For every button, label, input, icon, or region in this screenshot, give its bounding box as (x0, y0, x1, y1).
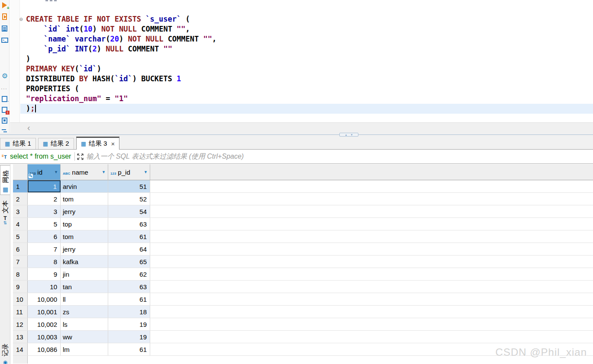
code-area[interactable]: ⊖CREATE TABLE IF NOT EXISTS `s_user` ( `… (20, 4, 593, 114)
scroll-left-icon[interactable]: ‹ (27, 123, 30, 132)
execute-script-icon[interactable] (1, 13, 9, 21)
code-line[interactable]: ⊖CREATE TABLE IF NOT EXISTS `s_user` ( (20, 14, 593, 24)
result-view-tab[interactable]: 记录◉ (0, 339, 10, 364)
table-row[interactable]: 67jerry64 (13, 243, 593, 255)
cell-id[interactable]: 10 (28, 281, 61, 293)
cell-name[interactable]: jin (61, 268, 108, 280)
cell-name[interactable]: zs (61, 306, 108, 318)
row-number[interactable]: 3 (13, 205, 28, 217)
result-view-tab[interactable]: 网格▦ (0, 165, 10, 195)
splitter-handle[interactable]: ▲ ▼ (339, 133, 358, 137)
cell-p-id[interactable]: 52 (108, 193, 150, 205)
cell-p-id[interactable]: 65 (108, 255, 150, 268)
result-tab[interactable]: ▦结果 3× (76, 137, 120, 150)
row-number[interactable]: 10 (13, 293, 28, 305)
cell-name[interactable]: ll (61, 293, 108, 305)
table-row[interactable]: 78kafka65 (13, 255, 593, 268)
row-number[interactable]: 13 (13, 331, 28, 343)
cell-p-id[interactable]: 64 (108, 243, 150, 255)
cell-id[interactable]: 2 (28, 193, 61, 205)
table-row[interactable]: 56tom61 (13, 230, 593, 243)
row-number[interactable]: 12 (13, 318, 28, 330)
export-resultset-icon[interactable]: → (1, 95, 9, 103)
table-row[interactable]: 1110,001zs18 (13, 306, 593, 318)
cell-id[interactable]: 8 (28, 255, 61, 268)
code-line[interactable]: ); (20, 104, 593, 114)
cell-p-id[interactable]: 62 (108, 268, 150, 280)
row-number[interactable]: 1 (13, 180, 28, 192)
cell-name[interactable]: lm (61, 343, 108, 355)
sql-console-icon[interactable]: >_ (1, 36, 9, 44)
table-row[interactable]: 1310,003ww19 (13, 331, 593, 343)
row-number[interactable]: 7 (13, 255, 28, 268)
cell-name[interactable]: tom (61, 230, 108, 243)
tab-close-icon[interactable]: × (111, 140, 115, 147)
cell-name[interactable]: jerry (61, 205, 108, 217)
row-number[interactable]: 6 (13, 243, 28, 255)
cell-id[interactable]: 9 (28, 268, 61, 280)
execute-statement-icon[interactable]: + (1, 1, 9, 9)
cell-name[interactable]: kafka (61, 255, 108, 268)
code-line[interactable]: PRIMARY KEY(`id`) (20, 64, 593, 74)
table-row[interactable]: 11arvin51 (13, 180, 593, 193)
column-dropdown-icon[interactable]: ▼ (140, 170, 148, 174)
cell-p-id[interactable]: 61 (108, 293, 150, 305)
editor-results-splitter[interactable]: ▲ ▼ (0, 133, 593, 137)
cell-id[interactable]: 10,003 (28, 331, 61, 343)
cell-id[interactable]: 6 (28, 230, 61, 243)
table-row[interactable]: 33jerry54 (13, 205, 593, 218)
filter-sql-icon[interactable]: T (1, 153, 8, 160)
row-number[interactable]: 11 (13, 306, 28, 318)
cell-p-id[interactable]: 63 (108, 281, 150, 293)
code-line[interactable]: DISTRIBUTED BY HASH(`id`) BUCKETS 1 (20, 74, 593, 84)
fold-collapse-icon[interactable]: ⊖ (19, 14, 23, 24)
cell-name[interactable]: ls (61, 318, 108, 330)
save-file-icon[interactable]: ! (1, 106, 9, 114)
grid-corner-cell[interactable] (13, 164, 28, 180)
row-number[interactable]: 8 (13, 268, 28, 280)
cell-id[interactable]: 5 (28, 218, 61, 230)
cell-p-id[interactable]: 18 (108, 306, 150, 318)
cell-name[interactable]: jerry (61, 243, 108, 255)
result-filter-bar[interactable]: T select * from s_user 输入一个 SQL 表达式来过滤结果… (0, 150, 593, 164)
expand-filter-icon[interactable] (77, 153, 84, 160)
cell-id[interactable]: 10,002 (28, 318, 61, 330)
column-dropdown-icon[interactable]: ▼ (98, 170, 106, 174)
cell-name[interactable]: ww (61, 331, 108, 343)
cell-name[interactable]: tan (61, 281, 108, 293)
table-row[interactable]: 89jin62 (13, 268, 593, 281)
table-row[interactable]: 1210,002ls19 (13, 318, 593, 331)
code-line[interactable]: ) (20, 54, 593, 64)
table-row[interactable]: 45top63 (13, 218, 593, 230)
code-line[interactable]: `name` varchar(20) NOT NULL COMMENT "", (20, 34, 593, 44)
table-row[interactable]: 22tom52 (13, 193, 593, 205)
editor-hscrollbar[interactable]: ‹ (10, 122, 593, 133)
cell-p-id[interactable]: 54 (108, 205, 150, 217)
code-line[interactable] (20, 4, 593, 14)
row-number[interactable]: 9 (13, 281, 28, 293)
cell-name[interactable]: top (61, 218, 108, 230)
cell-name[interactable]: arvin (61, 180, 108, 192)
cell-id[interactable]: 10,086 (28, 343, 61, 355)
result-tab[interactable]: ▦结果 1 (0, 138, 36, 149)
cell-p-id[interactable]: 19 (108, 331, 150, 343)
cell-id[interactable]: 10,001 (28, 306, 61, 318)
settings-gear-icon[interactable]: ⚙ (1, 72, 9, 80)
cell-id[interactable]: 7 (28, 243, 61, 255)
row-number[interactable]: 4 (13, 218, 28, 230)
column-header-p_id[interactable]: 123p_id▼ (108, 164, 150, 180)
result-grid[interactable]: 123id▼ABCname▼123p_id▼ 11arvin5122tom523… (13, 164, 593, 364)
image-view-icon[interactable] (1, 117, 9, 125)
cell-p-id[interactable]: 51 (108, 180, 150, 192)
column-dropdown-icon[interactable]: ▼ (51, 170, 58, 174)
cell-p-id[interactable]: 63 (108, 218, 150, 230)
cell-id[interactable]: 3 (28, 205, 61, 217)
column-header-name[interactable]: ABCname▼ (61, 164, 108, 180)
column-header-id[interactable]: 123id▼ (28, 164, 61, 180)
cell-name[interactable]: tom (61, 193, 108, 205)
collapse-up-icon[interactable]: ▲ (345, 134, 348, 136)
result-view-tab[interactable]: 文本T⇅ (0, 196, 10, 227)
cell-id[interactable]: 10,000 (28, 293, 61, 305)
code-line[interactable]: `p_id` INT(2) NULL COMMENT "" (20, 44, 593, 54)
code-line[interactable]: `id` int(10) NOT NULL COMMENT "", (20, 24, 593, 34)
